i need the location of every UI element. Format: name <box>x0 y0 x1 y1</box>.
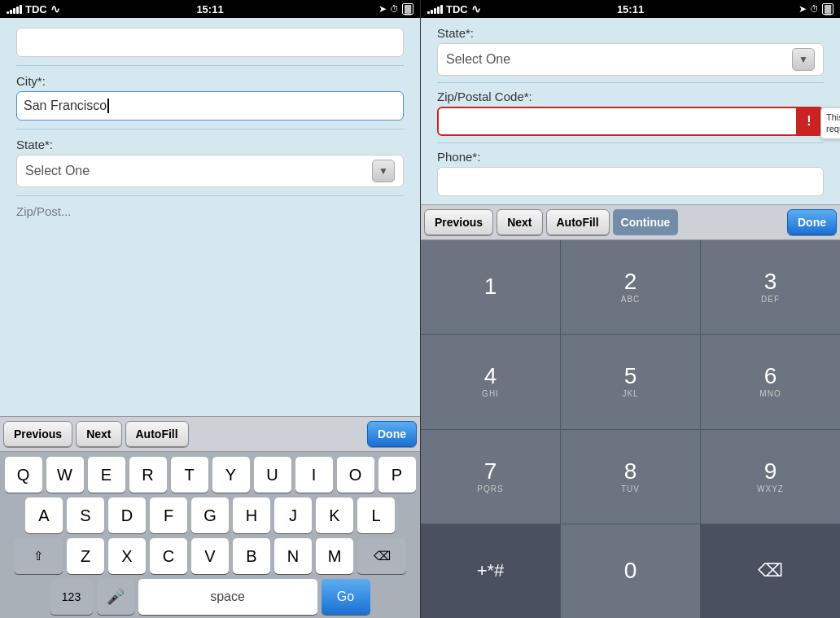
next-button-right[interactable]: Next <box>497 209 542 235</box>
numpad-3-digit: 3 <box>764 270 777 293</box>
numpad-key-9[interactable]: 9 WXYZ <box>701 430 840 524</box>
done-button-right[interactable]: Done <box>787 209 837 235</box>
key-e[interactable]: E <box>88 457 125 493</box>
numpad-9-digit: 9 <box>764 460 777 483</box>
state-select-value: Select One <box>25 164 90 178</box>
right-status-left: TDC ∿ <box>427 2 481 15</box>
right-status-time: 15:11 <box>617 3 644 15</box>
numpad-6-digit: 6 <box>764 365 777 388</box>
space-key[interactable]: space <box>138 579 317 615</box>
key-r[interactable]: R <box>129 457 167 493</box>
numpad-key-2[interactable]: 2 ABC <box>561 240 700 334</box>
right-carrier-label: TDC <box>446 3 468 15</box>
shift-key[interactable]: ⇧ <box>14 538 63 574</box>
previous-button-left[interactable]: Previous <box>3 421 72 447</box>
key-b[interactable]: B <box>233 538 270 574</box>
numpad-key-6[interactable]: 6 MNO <box>701 335 840 428</box>
phone-label: Phone*: <box>437 150 824 164</box>
mic-icon[interactable]: 🎤 <box>97 579 134 615</box>
next-button-left[interactable]: Next <box>76 421 121 447</box>
numpad-key-3[interactable]: 3 DEF <box>701 240 840 334</box>
zip-input-error[interactable]: ! <box>437 107 824 136</box>
state-dropdown-arrow[interactable]: ▼ <box>372 160 395 182</box>
numpad-row-4: +*# 0 ⌫ <box>421 524 840 618</box>
key-s[interactable]: S <box>67 497 104 533</box>
key-c[interactable]: C <box>150 538 187 574</box>
key-row-1: Q W E R T Y U I O P <box>2 457 418 493</box>
numpad-4-digit: 4 <box>484 365 497 388</box>
location-icon: ➤ <box>378 3 387 15</box>
validation-tooltip: This is requ <box>820 107 840 139</box>
right-status-bar: TDC ∿ 15:11 ➤ ⏱ ▓ <box>421 0 840 18</box>
continue-button[interactable]: Continue <box>613 209 679 235</box>
key-q[interactable]: Q <box>5 457 42 493</box>
go-key[interactable]: Go <box>322 579 370 615</box>
right-chevron-down-icon: ▼ <box>798 54 808 65</box>
right-state-dropdown-arrow[interactable]: ▼ <box>792 48 815 71</box>
key-p[interactable]: P <box>378 457 416 493</box>
numpad-key-4[interactable]: 4 GHI <box>421 335 560 428</box>
previous-button-right[interactable]: Previous <box>424 209 493 235</box>
right-form-area: State*: Select One ▼ Zip/Postal Code*: !… <box>421 18 840 204</box>
cursor <box>107 99 109 113</box>
key-o[interactable]: O <box>337 457 374 493</box>
numpad-key-8[interactable]: 8 TUV <box>561 430 700 524</box>
key-row-3: ⇧ Z X C V B N M ⌫ <box>2 538 418 574</box>
key-l[interactable]: L <box>357 497 395 533</box>
numpad-key-7[interactable]: 7 PQRS <box>421 430 560 524</box>
key-x[interactable]: X <box>108 538 146 574</box>
numpad-7-digit: 7 <box>484 460 497 483</box>
phone-input[interactable] <box>437 167 824 196</box>
city-input[interactable]: San Francisco <box>16 91 404 121</box>
key-d[interactable]: D <box>108 497 146 533</box>
wifi-icon: ∿ <box>50 2 60 15</box>
key-f[interactable]: F <box>150 497 187 533</box>
numpad-9-letters: WXYZ <box>757 484 784 493</box>
numpad-0-digit: 0 <box>624 559 637 582</box>
chevron-down-icon: ▼ <box>378 165 388 177</box>
key-v[interactable]: V <box>191 538 229 574</box>
numpad-row-3: 7 PQRS 8 TUV 9 WXYZ <box>421 430 840 524</box>
key-g[interactable]: G <box>191 497 229 533</box>
numpad-key-1[interactable]: 1 <box>421 240 560 334</box>
key-w[interactable]: W <box>46 457 84 493</box>
key-h[interactable]: H <box>233 497 270 533</box>
numpad-7-letters: PQRS <box>477 484 503 493</box>
numpad-key-symbols[interactable]: +*# <box>421 524 560 618</box>
left-status-right: ➤ ⏱ ▓ <box>378 3 413 15</box>
key-k[interactable]: K <box>316 497 353 533</box>
top-empty-field[interactable] <box>16 28 404 57</box>
numpad-4-letters: GHI <box>482 389 499 398</box>
numpad-key-5[interactable]: 5 JKL <box>561 335 700 428</box>
key-z[interactable]: Z <box>67 538 104 574</box>
key-t[interactable]: T <box>171 457 208 493</box>
key-i[interactable]: I <box>295 457 333 493</box>
numpad-backspace-icon: ⌫ <box>758 560 783 581</box>
backspace-key[interactable]: ⌫ <box>357 538 406 574</box>
autofill-button-right[interactable]: AutoFill <box>546 209 610 235</box>
numpad-6-letters: MNO <box>759 389 781 398</box>
autofill-button-left[interactable]: AutoFill <box>125 421 189 447</box>
done-button-left[interactable]: Done <box>367 421 417 447</box>
right-phone-panel: TDC ∿ 15:11 ➤ ⏱ ▓ State*: Select One ▼ Z… <box>420 0 840 618</box>
key-u[interactable]: U <box>254 457 291 493</box>
left-phone-panel: TDC ∿ 15:11 ➤ ⏱ ▓ City*: San Francisco S… <box>0 0 420 618</box>
numpad-backspace-key[interactable]: ⌫ <box>701 524 840 618</box>
numpad-2-digit: 2 <box>624 270 637 293</box>
numpad-key-0[interactable]: 0 <box>561 524 700 618</box>
left-keyboard-toolbar: Previous Next AutoFill Done <box>0 416 420 452</box>
numbers-key[interactable]: 123 <box>50 579 93 615</box>
right-state-select-value: Select One <box>446 52 510 67</box>
state-field-group: State*: Select One ▼ <box>16 138 404 187</box>
city-label: City*: <box>16 74 404 88</box>
right-divider-2 <box>437 142 824 143</box>
key-j[interactable]: J <box>274 497 312 533</box>
right-state-select[interactable]: Select One ▼ <box>437 43 824 76</box>
state-select[interactable]: Select One ▼ <box>16 155 404 187</box>
key-y[interactable]: Y <box>212 457 250 493</box>
key-n[interactable]: N <box>274 538 312 574</box>
key-a[interactable]: A <box>25 497 63 533</box>
key-m[interactable]: M <box>316 538 353 574</box>
zip-label-partial: Zip/Post... <box>16 204 404 218</box>
key-row-4: 123 🎤 space Go <box>2 579 418 615</box>
